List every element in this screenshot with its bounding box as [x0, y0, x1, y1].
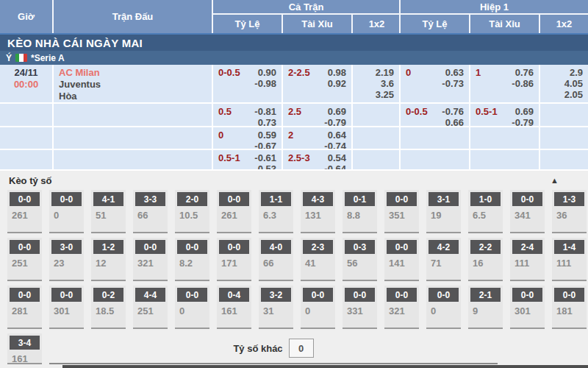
- odds-values: 0.54-0.64: [310, 152, 346, 169]
- score-chip: 0-4: [219, 288, 249, 302]
- score-odds-box[interactable]: 0-0301: [49, 286, 84, 329]
- collapse-icon[interactable]: ▲: [551, 176, 559, 185]
- score-odds-box[interactable]: 2-4111: [510, 238, 545, 281]
- score-odds-box[interactable]: 3-119: [426, 190, 461, 233]
- ft-handicap-odds[interactable]: 0.5-1-0.610.53: [213, 150, 283, 169]
- score-row: 3-4161Tỷ số khác0: [7, 333, 588, 364]
- score-chip: 2-2: [470, 240, 501, 254]
- score-odds-box[interactable]: 3-366: [133, 190, 168, 233]
- score-odds-box[interactable]: 0-0351: [384, 190, 419, 233]
- score-odds-box[interactable]: 4-4251: [133, 286, 168, 329]
- ft-1x2-odds: [353, 150, 401, 169]
- ft-handicap-odds[interactable]: 00.59-0.67: [213, 127, 283, 149]
- correct-score-title: Kèo tỷ số: [9, 175, 52, 186]
- odds-row: 0.5-1-0.610.532.5-30.54-0.64: [0, 150, 588, 171]
- score-odds-box[interactable]: 1-336: [552, 190, 587, 233]
- handicap-label: 0: [406, 67, 411, 78]
- score-odds-value: 41: [301, 254, 335, 269]
- ft-overunder-odds[interactable]: 2.50.69-0.79: [283, 104, 353, 126]
- score-odds-box[interactable]: 0-0181: [552, 286, 587, 329]
- score-odds-box[interactable]: 3-4161: [7, 333, 42, 364]
- score-odds-box[interactable]: 1-16.3: [259, 190, 293, 233]
- score-odds-box[interactable]: 0-18.8: [343, 190, 377, 233]
- score-odds-box[interactable]: 0-0321: [384, 286, 419, 329]
- ft-overunder-odds[interactable]: 2.5-30.54-0.64: [283, 150, 353, 169]
- h1-overunder-odds[interactable]: 0.5-10.69-0.79: [470, 104, 540, 126]
- score-odds-box[interactable]: 0-356: [343, 238, 377, 281]
- score-odds-box[interactable]: 0-218.5: [91, 286, 126, 329]
- score-chip: 1-4: [554, 240, 584, 254]
- ft-handicap-odds[interactable]: 0.5-0.810.73: [213, 104, 283, 126]
- score-odds-box[interactable]: 0-0251: [7, 238, 42, 281]
- score-odds-box[interactable]: 0-0261: [217, 190, 251, 233]
- score-odds-box[interactable]: 2-216: [468, 238, 503, 281]
- odds-value: -0.98: [240, 78, 276, 89]
- score-odds-box[interactable]: 0-4161: [217, 286, 251, 329]
- score-odds-box[interactable]: 0-00: [49, 190, 84, 233]
- odds-value: 2.05: [545, 89, 583, 100]
- h1-handicap-odds[interactable]: 00.63-0.73: [401, 65, 470, 102]
- score-odds-box[interactable]: 4-3131: [301, 190, 335, 233]
- odds-values: 0.59-0.67: [223, 130, 276, 149]
- odds-value: 2.9: [545, 67, 583, 78]
- score-chip: 0-0: [512, 192, 542, 206]
- score-odds-box[interactable]: 0-0331: [343, 286, 377, 329]
- score-odds-box[interactable]: 0-0261: [7, 190, 42, 233]
- score-row: 0-02610-004-1513-3662-010.50-02611-16.34…: [7, 190, 588, 233]
- other-score-box[interactable]: Tỷ số khác0: [49, 333, 498, 364]
- score-odds-box[interactable]: 0-0281: [7, 286, 42, 329]
- score-odds-value: 19: [426, 206, 461, 221]
- h1-overunder-odds[interactable]: 10.76-0.86: [470, 65, 540, 102]
- score-odds-box[interactable]: 2-19: [468, 286, 503, 329]
- score-odds-box[interactable]: 3-231: [259, 286, 293, 329]
- ft-overunder-odds[interactable]: 2-2.50.980.92: [283, 65, 353, 102]
- match-time-cell: [0, 127, 54, 149]
- h1-overunder-odds: [470, 127, 540, 149]
- score-odds-box[interactable]: 4-066: [259, 238, 293, 281]
- handicap-label: 0-0.5: [406, 106, 428, 117]
- score-odds-value: 66: [259, 254, 293, 269]
- odds-value: 0.92: [310, 78, 346, 89]
- score-odds-box[interactable]: 0-00: [301, 286, 335, 329]
- section-divider: [62, 365, 588, 368]
- col-header-match: Trận Đấu: [54, 0, 213, 33]
- score-odds-value: 9: [468, 302, 503, 316]
- other-score-value[interactable]: 0: [289, 339, 314, 358]
- h1-1x2-odds[interactable]: 2.94.052.05: [540, 65, 588, 102]
- ft-handicap-odds[interactable]: 0-0.50.90-0.98: [213, 65, 283, 102]
- score-odds-box[interactable]: 0-0141: [384, 238, 419, 281]
- score-chip: 2-0: [177, 192, 207, 206]
- score-odds-box[interactable]: 1-06.5: [468, 190, 503, 233]
- score-odds-box[interactable]: 1-212: [91, 238, 126, 281]
- odds-value: -0.81: [232, 106, 276, 117]
- score-odds-box[interactable]: 1-4111: [552, 238, 587, 281]
- score-odds-value: 0: [175, 302, 209, 316]
- odds-value: 0.73: [232, 117, 276, 126]
- score-odds-box[interactable]: 0-00: [175, 286, 209, 329]
- score-odds-box[interactable]: 2-341: [301, 238, 335, 281]
- score-odds-box[interactable]: 2-010.5: [175, 190, 209, 233]
- match-teams-cell[interactable]: AC MilanJuventusHòa: [54, 65, 213, 102]
- ft-1x2-odds[interactable]: 2.193.63.25: [353, 65, 401, 102]
- score-odds-value: 321: [384, 302, 419, 316]
- score-odds-box[interactable]: 0-0301: [510, 286, 545, 329]
- score-odds-box[interactable]: 3-023: [49, 238, 84, 281]
- correct-score-header[interactable]: Kèo tỷ số ▲: [0, 171, 588, 188]
- score-chip: 3-0: [51, 240, 82, 254]
- score-odds-value: 6.5: [468, 206, 503, 221]
- league-row[interactable]: Ý *Serie A: [0, 51, 588, 65]
- score-odds-box[interactable]: 0-00: [426, 286, 461, 329]
- score-odds-box[interactable]: 0-0321: [133, 238, 168, 281]
- ft-overunder-odds[interactable]: 20.64-0.74: [283, 127, 353, 149]
- score-odds-box[interactable]: 0-0171: [217, 238, 251, 281]
- match-teams-cell: [54, 104, 213, 126]
- odds-values: 0.69-0.79: [498, 106, 534, 126]
- score-chip: 0-0: [512, 288, 542, 302]
- score-odds-box[interactable]: 0-0341: [510, 190, 545, 233]
- score-odds-box[interactable]: 0-08.2: [175, 238, 209, 281]
- score-odds-value: 16: [468, 254, 503, 269]
- score-odds-box[interactable]: 4-271: [426, 238, 461, 281]
- score-odds-box[interactable]: 4-151: [91, 190, 126, 233]
- h1-handicap-odds[interactable]: 0-0.5-0.760.66: [401, 104, 470, 126]
- match-time-cell: [0, 150, 54, 169]
